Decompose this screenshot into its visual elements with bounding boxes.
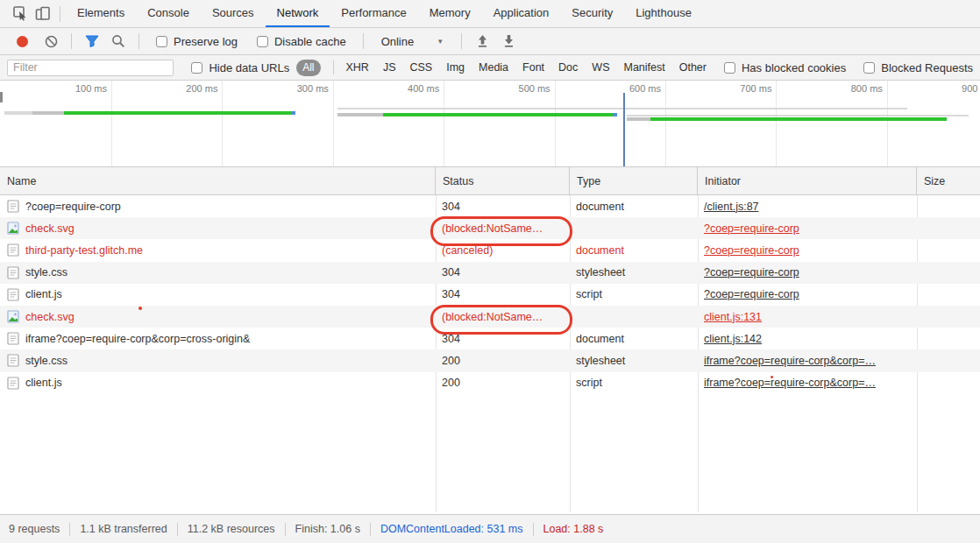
waterfall-bar-segment [383, 113, 613, 116]
timeline-gridline [776, 81, 777, 166]
timeline-tick-label: 900 ms [941, 83, 980, 94]
column-header-status[interactable]: Status [436, 167, 570, 194]
request-table-header: Name Status Type Initiator Size [0, 167, 980, 195]
has-blocked-cookies-checkbox[interactable]: Has blocked cookies [724, 61, 846, 74]
request-name: style.css [25, 355, 67, 367]
tab-network[interactable]: Network [266, 0, 330, 27]
request-initiator-link[interactable]: /client.js:87 [704, 201, 759, 213]
column-header-initiator[interactable]: Initiator [698, 167, 917, 194]
filter-funnel-icon[interactable] [81, 31, 103, 52]
request-table-body: ?coep=require-corp 304 document /client.… [0, 195, 980, 484]
column-header-type[interactable]: Type [570, 167, 698, 194]
table-row[interactable]: client.js 200 script iframe?coep=require… [0, 372, 980, 394]
filter-type-doc[interactable]: Doc [551, 61, 585, 74]
request-initiator-link[interactable]: iframe?coep=require-corp&corp=… [704, 377, 876, 389]
search-icon[interactable] [107, 31, 130, 52]
load-time: Load: 1.88 s [534, 523, 614, 535]
request-status: 200 [436, 355, 570, 367]
tab-security[interactable]: Security [560, 0, 624, 27]
preserve-log-checkbox[interactable]: Preserve log [156, 35, 238, 48]
tab-application[interactable]: Application [482, 0, 561, 27]
checkbox[interactable] [257, 36, 268, 47]
preserve-log-label: Preserve log [174, 35, 238, 48]
request-status: 304 [436, 201, 570, 213]
filter-type-js[interactable]: JS [376, 61, 403, 74]
dom-content-loaded-marker [623, 93, 625, 166]
disable-cache-checkbox[interactable]: Disable cache [257, 35, 346, 48]
export-har-icon[interactable] [497, 31, 520, 52]
filter-type-media[interactable]: Media [472, 61, 515, 74]
request-type: stylesheet [570, 355, 698, 367]
request-initiator-link[interactable]: ?coep=require-corp [704, 222, 799, 235]
disable-cache-label: Disable cache [274, 35, 346, 48]
tab-console[interactable]: Console [136, 0, 201, 27]
timeline-gridline [887, 81, 888, 166]
timeline-tick-label: 700 ms [719, 83, 771, 94]
timeline-gridline [555, 81, 556, 166]
finish-time: Finish: 1.06 s [286, 523, 370, 535]
column-header-name[interactable]: Name [0, 167, 436, 194]
request-initiator-link[interactable]: iframe?coep=require-corp&corp=… [704, 355, 876, 367]
devtools-tab-bar: Elements Console Sources Network Perform… [0, 0, 980, 28]
tab-sources[interactable]: Sources [201, 0, 266, 27]
image-file-icon [7, 310, 19, 323]
request-initiator-link[interactable]: ?coep=require-corp [704, 266, 799, 279]
checkbox[interactable] [863, 62, 875, 74]
table-row[interactable]: check.svg (blocked:NotSame… ?coep=requir… [0, 217, 980, 239]
throttling-dropdown[interactable]: Online ▼ [381, 35, 444, 48]
request-name: iframe?coep=require-corp&corp=cross-orig… [25, 333, 250, 345]
table-row[interactable]: ?coep=require-corp 304 document /client.… [0, 195, 980, 217]
timeline-tick-label: 300 ms [276, 83, 329, 94]
table-row[interactable]: third-party-test.glitch.me (canceled) do… [0, 239, 980, 261]
timeline-gridline [444, 81, 444, 166]
table-row[interactable]: check.svg (blocked:NotSame… client.js:13… [0, 306, 980, 328]
timeline-gridline [665, 81, 666, 166]
request-initiator-link[interactable]: client.js:131 [704, 311, 762, 323]
waterfall-bar-segment [32, 111, 64, 115]
inspect-element-icon[interactable] [9, 4, 32, 24]
checkbox[interactable] [724, 62, 735, 74]
hide-data-urls-checkbox[interactable]: Hide data URLs [191, 61, 289, 74]
tab-elements[interactable]: Elements [66, 0, 136, 27]
record-button[interactable] [17, 36, 28, 47]
filter-all-pill[interactable]: All [296, 60, 320, 76]
filter-type-manifest[interactable]: Manifest [616, 61, 671, 74]
timeline-tick-label: 400 ms [387, 83, 439, 94]
request-initiator-link[interactable]: client.js:142 [704, 333, 762, 345]
timeline-tick-label: 200 ms [165, 83, 217, 94]
column-header-size[interactable]: Size [917, 167, 980, 194]
blocked-requests-checkbox[interactable]: Blocked Requests [863, 61, 973, 74]
network-overview-waterfall[interactable]: 100 ms200 ms300 ms400 ms500 ms600 ms700 … [0, 81, 980, 167]
hide-data-urls-label: Hide data URLs [209, 61, 289, 74]
tab-performance[interactable]: Performance [330, 0, 417, 27]
document-file-icon [7, 288, 19, 301]
filter-type-xhr[interactable]: XHR [338, 61, 375, 74]
document-file-icon [7, 377, 19, 390]
table-row[interactable]: iframe?coep=require-corp&corp=cross-orig… [0, 328, 980, 349]
waterfall-bar-segment [291, 111, 295, 115]
checkbox[interactable] [191, 62, 202, 74]
table-row[interactable]: style.css 304 stylesheet ?coep=require-c… [0, 262, 980, 284]
divider [71, 33, 72, 49]
filter-type-ws[interactable]: WS [585, 61, 616, 74]
request-type: document [570, 201, 698, 213]
table-row[interactable]: style.css 200 stylesheet iframe?coep=req… [0, 349, 980, 371]
checkbox[interactable] [156, 36, 167, 47]
import-har-icon[interactable] [471, 31, 494, 52]
filter-input[interactable] [7, 60, 174, 76]
network-toolbar: Preserve log Disable cache Online ▼ [0, 28, 980, 55]
tab-lighthouse[interactable]: Lighthouse [624, 0, 703, 27]
request-initiator-link[interactable]: ?coep=require-corp [704, 288, 799, 300]
clear-icon[interactable] [39, 31, 62, 52]
document-file-icon [7, 243, 19, 257]
filter-type-img[interactable]: Img [439, 61, 472, 74]
device-toolbar-icon[interactable] [32, 4, 54, 24]
filter-type-font[interactable]: Font [515, 61, 551, 74]
request-initiator-link[interactable]: ?coep=require-corp [704, 244, 799, 257]
timeline-gridline [111, 81, 112, 166]
table-row[interactable]: client.js 304 script ?coep=require-corp [0, 284, 980, 306]
tab-memory[interactable]: Memory [418, 0, 482, 27]
filter-type-other[interactable]: Other [672, 61, 714, 74]
divider [60, 6, 60, 22]
filter-type-css[interactable]: CSS [402, 61, 439, 74]
